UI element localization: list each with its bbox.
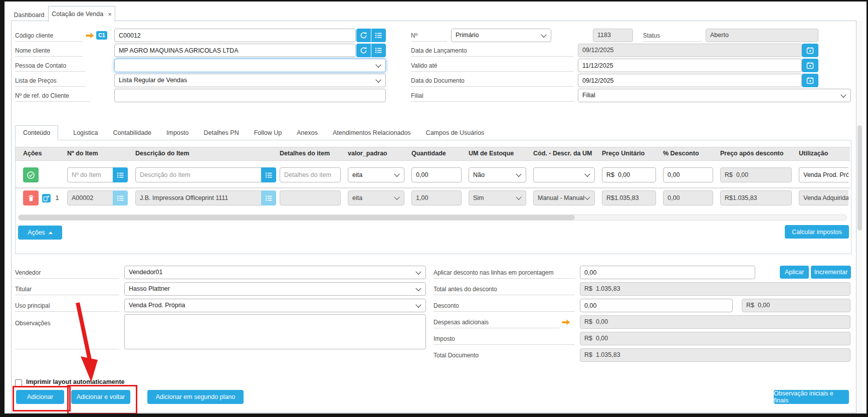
entry-item-list-button[interactable]	[113, 167, 128, 182]
chevron-down-icon	[516, 194, 521, 200]
chevron-down-icon	[415, 269, 421, 274]
close-icon[interactable]: ×	[108, 11, 112, 18]
row1-descricao-field: J.B. Impressora Officeprint 1111	[135, 190, 262, 205]
row1-descricao-list-button[interactable]	[261, 190, 276, 205]
data-documento-calendar-button[interactable]	[802, 74, 818, 87]
valido-ate-label: Valido até	[411, 61, 574, 72]
content-tab-bar: Conteúdo Logistica Contabilidade Imposto…	[15, 125, 484, 140]
col-cod-um: Cód. - Descr. da UM	[533, 147, 592, 160]
nome-refresh-button[interactable]	[356, 44, 371, 57]
row1-cod-um-select: Manual - Manual	[533, 190, 595, 205]
tab-detalhes-pn[interactable]: Detalhes PN	[203, 129, 239, 136]
entry-detalhes-input[interactable]	[280, 167, 341, 182]
observacao-iniciais-finais-button[interactable]: Observação iniciais e finais	[774, 390, 849, 404]
titular-select[interactable]: Hasso Plattner	[124, 282, 426, 296]
entry-cod-um-select[interactable]	[533, 167, 595, 182]
tab-follow-up[interactable]: Follow Up	[254, 129, 282, 136]
pessoa-contato-select[interactable]	[114, 59, 386, 72]
aplicar-button[interactable]: Aplicar	[780, 266, 809, 279]
titular-value: Hasso Plattner	[129, 285, 170, 292]
link-arrow-icon[interactable]	[85, 32, 95, 39]
row1-quantidade-field: 1,00	[411, 190, 462, 205]
tab-cotacao-de-venda[interactable]: Cotação de Venda ×	[48, 6, 115, 22]
entry-descricao-input[interactable]	[135, 167, 262, 182]
page-vertical-scrollbar-thumb[interactable]	[857, 125, 862, 231]
duplicate-row-button[interactable]	[42, 194, 51, 202]
data-lancamento-calendar-button[interactable]	[802, 44, 818, 57]
numero-field: 1183	[593, 29, 633, 42]
chevron-down-icon	[394, 171, 399, 177]
vendedor-select[interactable]: Vendedor01	[124, 266, 426, 279]
entry-um-estoque-select[interactable]: Não	[469, 167, 526, 182]
codigo-cliente-input[interactable]	[114, 29, 356, 42]
codigo-refresh-button[interactable]	[356, 29, 371, 42]
numero-label: Nº	[411, 31, 447, 42]
entry-quantidade-input[interactable]	[411, 167, 462, 182]
incrementar-button[interactable]: Incrementar	[811, 266, 851, 279]
codigo-list-button[interactable]	[371, 29, 386, 42]
data-lancamento-label: Data de Lançamento	[411, 46, 574, 57]
row1-um-estoque-value: Sim	[473, 194, 484, 201]
chevron-down-icon	[516, 171, 521, 177]
tab-conteudo[interactable]: Conteúdo	[15, 125, 58, 140]
entry-item-input[interactable]	[67, 167, 113, 182]
tab-atendimentos-relacionados[interactable]: Atendimentos Relacionados	[333, 129, 411, 136]
tab-dashboard[interactable]: Dashboard	[10, 9, 48, 21]
imprimir-layout-checkbox[interactable]	[15, 379, 22, 386]
chevron-down-icon	[394, 194, 399, 200]
nome-cliente-input[interactable]	[114, 44, 356, 57]
calcular-impostos-button[interactable]: Calcular impostos	[785, 225, 849, 239]
refresh-icon	[360, 47, 367, 54]
chevron-down-icon	[415, 285, 421, 291]
list-icon	[375, 47, 382, 54]
pessoa-contato-label: Pessoa de Contato	[15, 61, 85, 72]
data-documento-input[interactable]	[578, 74, 802, 87]
numero-tipo-select[interactable]: Primário	[451, 29, 551, 42]
chevron-down-icon	[584, 171, 590, 177]
delete-row-button[interactable]	[23, 190, 39, 205]
ref-cliente-input[interactable]	[114, 89, 386, 102]
tab-imposto[interactable]: Imposto	[166, 129, 188, 136]
row-number: 1	[53, 190, 61, 205]
table-horizontal-scrollbar-thumb[interactable]	[19, 215, 575, 220]
confirm-row-button[interactable]	[23, 167, 39, 182]
observacoes-textarea[interactable]	[124, 314, 426, 349]
entry-valor-padrao-select[interactable]: eita	[348, 167, 404, 182]
aplicar-desconto-input[interactable]	[580, 266, 755, 279]
imposto-field: R$ 0,00	[580, 332, 850, 345]
col-utilizacao: Utilização	[799, 147, 828, 160]
list-icon	[375, 32, 382, 39]
entry-descricao-list-button[interactable]	[261, 167, 276, 182]
tab-contabilidade[interactable]: Contabilidade	[113, 129, 151, 136]
adicionar-segundo-plano-label: Adicionar em segundo plano	[156, 393, 235, 400]
lista-precos-select[interactable]: Lista Regular de Vendas	[114, 74, 386, 87]
calcular-impostos-label: Calcular impostos	[792, 229, 841, 236]
acoes-button[interactable]: Ações	[18, 226, 62, 240]
total-antes-label: Total antes do desconto	[433, 284, 575, 295]
customer-badge: C1	[96, 31, 107, 40]
valido-ate-input[interactable]	[578, 59, 802, 72]
aplicar-button-label: Aplicar	[785, 269, 804, 276]
entry-preco-unitario-input[interactable]	[602, 167, 656, 182]
data-documento-label: Data do Documento	[411, 76, 574, 87]
tab-logistica[interactable]: Logistica	[73, 129, 98, 136]
tab-anexos[interactable]: Anexos	[297, 129, 318, 136]
list-icon	[117, 194, 124, 202]
row-divider	[16, 187, 850, 188]
row1-um-estoque-select: Sim	[469, 190, 526, 205]
tab-campos-de-usuarios[interactable]: Campos de Usuários	[426, 129, 485, 136]
col-quantidade: Quantidade	[411, 147, 446, 160]
nome-list-button[interactable]	[371, 44, 386, 57]
data-lancamento-field: 09/12/2025	[578, 44, 802, 57]
chevron-down-icon	[541, 32, 546, 37]
row1-item-list-button[interactable]	[113, 190, 128, 205]
copy-plus-icon	[43, 195, 50, 201]
valido-ate-calendar-button[interactable]	[802, 59, 818, 72]
entry-perc-desconto-input[interactable]	[663, 167, 713, 182]
link-arrow-icon[interactable]	[561, 319, 571, 326]
desconto-perc-input[interactable]	[580, 299, 733, 312]
entry-utilizacao-select[interactable]: Venda Prod. Própria	[799, 167, 848, 182]
filial-select[interactable]: Filial	[578, 89, 851, 102]
uso-principal-select[interactable]: Venda Prod. Própria	[124, 299, 426, 312]
adicionar-segundo-plano-button[interactable]: Adicionar em segundo plano	[147, 390, 244, 404]
